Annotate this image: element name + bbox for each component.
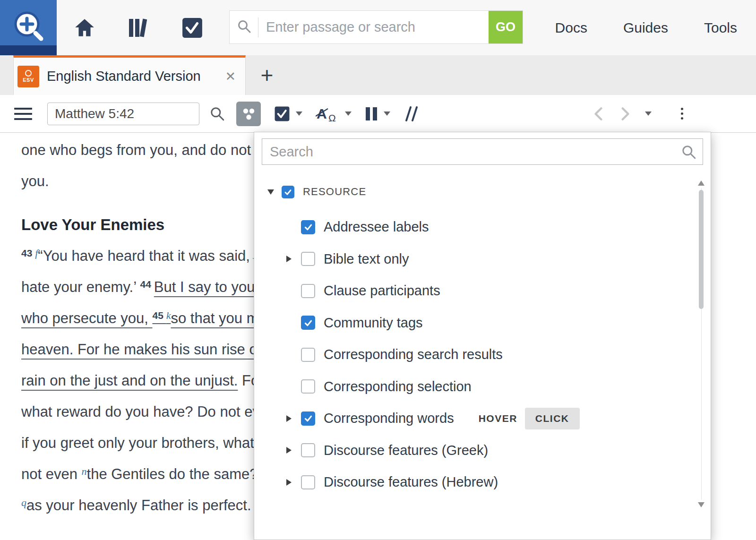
reference-input[interactable] (47, 103, 199, 125)
toolbar-right-group (592, 106, 685, 121)
filter-item-label: Corresponding search results (324, 347, 503, 362)
text-segment: who persecute you, (21, 310, 152, 326)
filter-item[interactable]: Corresponding search results (254, 339, 711, 371)
filter-item[interactable]: Bible text only (254, 243, 711, 275)
filter-group-resource[interactable]: RESOURCE (254, 180, 711, 203)
close-tab-icon[interactable]: ✕ (225, 69, 236, 84)
filter-search (262, 138, 703, 165)
checkbox[interactable] (301, 252, 315, 266)
text-segment: hate your enemy.’ (21, 279, 140, 295)
scroll-down-icon[interactable] (698, 502, 704, 507)
collapse-icon[interactable] (267, 189, 274, 195)
go-button[interactable]: GO (489, 11, 523, 43)
verse-number: 43 (21, 248, 35, 258)
svg-text:A: A (317, 106, 327, 121)
divider (258, 17, 258, 37)
filter-item[interactable]: Discourse features (Hebrew) (254, 466, 711, 498)
checkbox[interactable] (301, 379, 315, 394)
checkbox[interactable] (301, 316, 315, 330)
filter-item[interactable]: Corresponding selection (254, 371, 711, 403)
text-comparison-button[interactable]: A Ω (316, 105, 352, 123)
text-comparison-icon: A Ω (316, 105, 339, 123)
esv-label: ESV (23, 77, 34, 83)
scroll-up-icon[interactable] (698, 180, 704, 186)
panel-toolbar: A Ω (0, 95, 756, 133)
chevron-left-icon (592, 107, 605, 121)
scrollbar[interactable] (697, 180, 705, 507)
svg-text:Ω: Ω (328, 112, 336, 123)
expand-icon[interactable] (286, 447, 299, 454)
home-icon (73, 17, 96, 39)
new-tab-button[interactable]: + (254, 55, 280, 95)
click-button[interactable]: CLICK (525, 408, 580, 429)
columns-button[interactable] (365, 106, 390, 121)
checkbox[interactable] (301, 475, 315, 489)
text-segment: you. (21, 173, 49, 189)
filter-item[interactable]: Corresponding words HOVER CLICK (254, 403, 711, 435)
text-segment: “You have heard that it was said, (38, 248, 254, 264)
filter-item[interactable]: Community tags (254, 307, 711, 339)
filter-item[interactable]: Addressee labels (254, 211, 711, 243)
filter-item-label: Addressee labels (324, 219, 429, 235)
chevron-down-icon (384, 111, 390, 116)
filter-item[interactable]: Discourse features (Greek) (254, 435, 711, 467)
inline-search-icon[interactable] (210, 106, 225, 121)
checkbox[interactable] (301, 443, 315, 457)
checkbox[interactable] (301, 284, 315, 298)
check-document-icon (181, 17, 203, 39)
home-button[interactable] (70, 13, 99, 43)
tab-strip: ESV English Standard Version ✕ + (0, 55, 756, 95)
filter-item-label: Corresponding selection (324, 379, 472, 394)
esv-resource-icon: ESV (17, 66, 39, 87)
checkbox[interactable] (301, 220, 315, 234)
panel-kebab-menu[interactable] (679, 106, 685, 121)
verse-number: 44 (140, 279, 154, 290)
expand-icon[interactable] (286, 415, 299, 422)
checkbox[interactable] (282, 186, 294, 198)
top-menu: Docs Guides Tools (555, 0, 737, 55)
checkbox[interactable] (301, 411, 315, 426)
text-segment: as your heavenly Father is perfect. (26, 497, 251, 514)
filter-item[interactable]: Clause participants (254, 275, 711, 307)
history-back-button[interactable] (592, 107, 605, 121)
esv-logo-circle (25, 70, 32, 77)
filter-item-label: Bible text only (324, 251, 409, 267)
primary-nav (70, 0, 207, 55)
filter-items: Addressee labels Bible text only Clause … (254, 211, 711, 498)
visual-filters-button[interactable] (236, 102, 261, 126)
app-logo[interactable] (0, 0, 57, 55)
menu-item-tools[interactable]: Tools (704, 20, 737, 36)
parallel-resources-button[interactable] (404, 106, 419, 122)
global-search-input[interactable] (266, 19, 489, 35)
menu-item-docs[interactable]: Docs (555, 20, 587, 36)
footnote-marker: q (21, 497, 26, 508)
scrollbar-thumb[interactable] (699, 190, 704, 309)
logos-logo-icon (0, 0, 57, 55)
filter-item-label: Corresponding words (324, 411, 454, 426)
expand-icon[interactable] (286, 256, 299, 262)
text-segment: the Gentiles do the same? (87, 466, 262, 482)
tab-english-standard-version[interactable]: ESV English Standard Version ✕ (13, 55, 246, 95)
history-forward-button[interactable] (619, 107, 632, 121)
library-icon (127, 17, 150, 39)
global-search: GO (229, 10, 523, 44)
text-segment: not even (21, 466, 82, 482)
history-dropdown-icon[interactable] (645, 111, 652, 116)
search-icon (681, 145, 696, 162)
reading-plan-button[interactable] (274, 106, 302, 122)
checkbox[interactable] (301, 348, 315, 362)
visual-filters-panel: RESOURCE Addressee labels Bible text onl… (254, 132, 711, 540)
chevron-right-icon (619, 107, 632, 121)
filter-search-input[interactable] (262, 138, 703, 165)
footnote-marker: k (166, 309, 171, 321)
filter-item-label: Clause participants (324, 283, 440, 299)
menu-item-guides[interactable]: Guides (623, 20, 668, 36)
library-button[interactable] (124, 13, 153, 43)
panel-menu-icon[interactable] (14, 108, 32, 120)
expand-icon[interactable] (286, 479, 299, 486)
top-bar: GO Docs Guides Tools (0, 0, 756, 55)
parallel-slashes-icon (404, 106, 419, 122)
passage-guide-button[interactable] (178, 13, 207, 43)
filter-item-label: Discourse features (Greek) (324, 443, 488, 458)
check-document-icon (274, 106, 290, 122)
